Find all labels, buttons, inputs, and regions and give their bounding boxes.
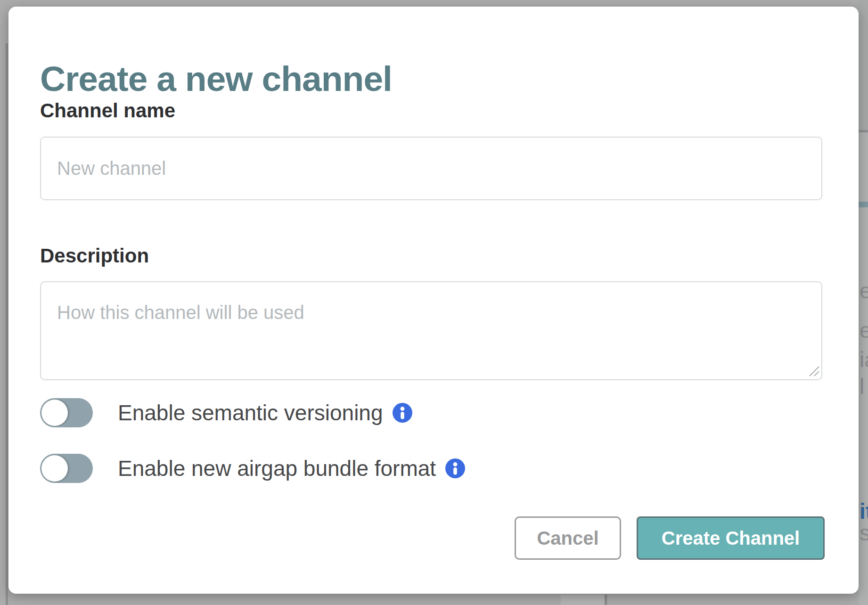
modal-title: Create a new channel [40,61,392,97]
background-text-fragment: ia [860,349,868,370]
background-text-fragment: s [860,522,868,544]
airgap-bundle-toggle[interactable] [40,454,93,483]
dimmed-page-overlay: e e ia l it s Create a new channel Chann… [0,0,868,605]
background-link-fragment: it [860,500,868,522]
channel-name-input[interactable] [40,137,822,200]
background-text-fragment: e [860,280,868,302]
background-bottom-divider [605,595,607,605]
create-channel-modal: Create a new channel Channel name Descri… [8,7,859,594]
background-page-strip-top [859,0,868,130]
info-icon[interactable] [445,458,465,478]
modal-actions: Cancel Create Channel [8,516,859,560]
background-text-fragment: l [860,376,864,397]
background-text-fragment: e [860,319,868,341]
cancel-button[interactable]: Cancel [515,516,621,560]
create-channel-button[interactable]: Create Channel [637,516,825,560]
description-label: Description [40,246,149,266]
info-icon[interactable] [393,403,412,423]
airgap-bundle-row: Enable new airgap bundle format [40,454,465,483]
background-teal-fragment [859,202,868,207]
semantic-versioning-label: Enable semantic versioning [118,402,383,424]
semantic-versioning-row: Enable semantic versioning [40,398,412,427]
description-textarea[interactable] [40,281,822,380]
background-page-edge [6,43,8,605]
channel-name-label: Channel name [40,101,175,121]
toggle-knob[interactable] [41,455,68,482]
resize-handle-icon[interactable] [807,364,821,378]
airgap-bundle-label: Enable new airgap bundle format [118,458,436,479]
background-divider-line [859,130,868,132]
semantic-versioning-toggle[interactable] [40,398,93,427]
background-bottom-patch [561,595,605,605]
toggle-knob[interactable] [41,400,68,426]
